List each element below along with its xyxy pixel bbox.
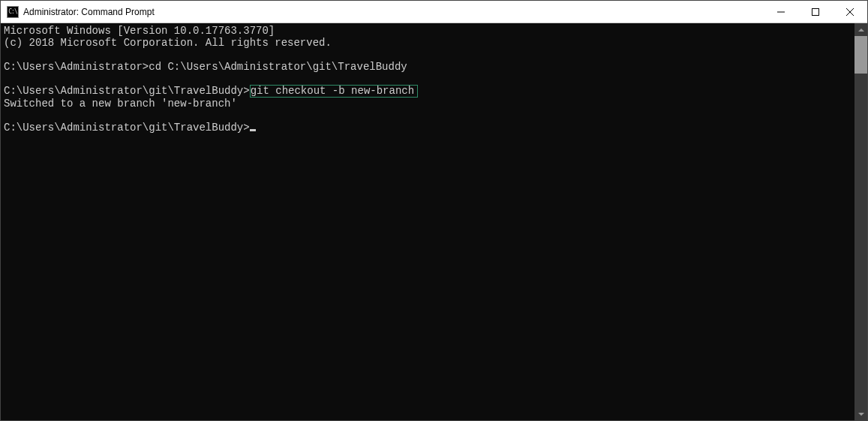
command-git-checkout: git checkout -b new-branch (250, 85, 418, 98)
titlebar[interactable]: C:\ Administrator: Command Prompt (1, 1, 867, 23)
command-prompt-window: C:\ Administrator: Command Prompt Micros… (0, 0, 868, 421)
svg-rect-1 (812, 8, 819, 15)
prompt: C:\Users\Administrator> (4, 61, 149, 73)
scroll-thumb[interactable] (854, 36, 867, 74)
close-button[interactable] (833, 1, 867, 23)
version-line: Microsoft Windows [Version 10.0.17763.37… (4, 25, 275, 37)
window-title: Administrator: Command Prompt (23, 7, 764, 17)
copyright-line: (c) 2018 Microsoft Corporation. All righ… (4, 37, 332, 49)
window-controls (764, 1, 867, 23)
maximize-button[interactable] (798, 1, 833, 23)
minimize-button[interactable] (764, 1, 798, 23)
client-area: Microsoft Windows [Version 10.0.17763.37… (1, 23, 867, 420)
prompt: C:\Users\Administrator\git\TravelBuddy> (4, 122, 250, 134)
scroll-up-arrow-icon[interactable] (854, 23, 867, 36)
scroll-down-arrow-icon[interactable] (854, 407, 867, 420)
command-cd: cd C:\Users\Administrator\git\TravelBudd… (149, 61, 407, 73)
cmd-icon: C:\ (7, 6, 19, 18)
svg-marker-5 (858, 413, 864, 416)
terminal-output[interactable]: Microsoft Windows [Version 10.0.17763.37… (1, 23, 854, 420)
git-output: Switched to a new branch 'new-branch' (4, 98, 237, 110)
cursor (250, 129, 256, 131)
prompt: C:\Users\Administrator\git\TravelBuddy> (4, 85, 250, 97)
vertical-scrollbar[interactable] (854, 23, 867, 420)
svg-marker-4 (858, 29, 864, 32)
